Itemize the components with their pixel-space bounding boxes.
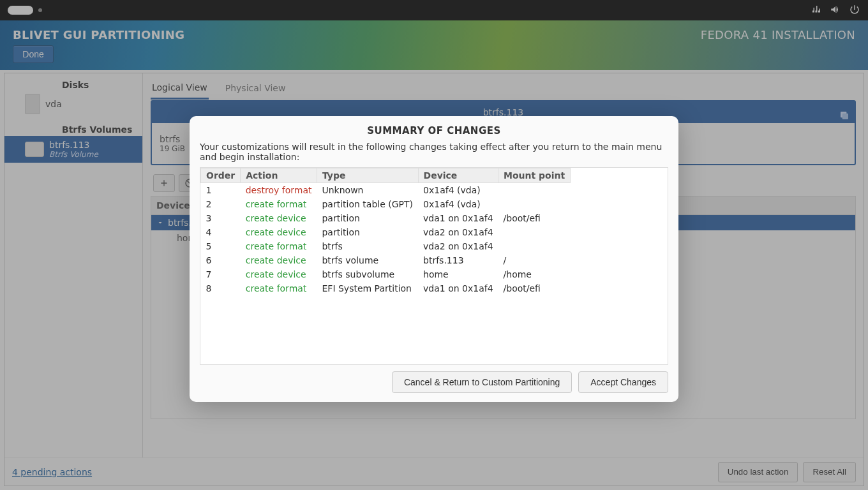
- col-action: Action: [241, 168, 317, 183]
- changes-table-wrap[interactable]: Order Action Type Device Mount point 1de…: [200, 167, 668, 365]
- cell-device: 0x1af4 (vda): [418, 183, 498, 198]
- cell-device: vda2 on 0x1af4: [418, 239, 498, 253]
- cell-order: 1: [201, 183, 241, 198]
- cell-type: partition table (GPT): [317, 197, 418, 211]
- cell-mount: /boot/efi: [498, 281, 571, 295]
- cell-device: vda1 on 0x1af4: [418, 281, 498, 295]
- accept-changes-button[interactable]: Accept Changes: [578, 371, 668, 393]
- col-mount: Mount point: [498, 168, 571, 183]
- cell-order: 4: [201, 225, 241, 239]
- table-row[interactable]: 8create formatEFI System Partitionvda1 o…: [201, 281, 571, 295]
- cell-type: partition: [317, 225, 418, 239]
- cell-action: create device: [241, 211, 317, 225]
- cell-order: 6: [201, 253, 241, 267]
- table-row[interactable]: 2create formatpartition table (GPT)0x1af…: [201, 197, 571, 211]
- cell-device: 0x1af4 (vda): [418, 197, 498, 211]
- cell-device: btrfs.113: [418, 253, 498, 267]
- cell-order: 2: [201, 197, 241, 211]
- cell-type: EFI System Partition: [317, 281, 418, 295]
- table-row[interactable]: 7create devicebtrfs subvolumehome/home: [201, 267, 571, 281]
- cell-mount: [498, 183, 571, 198]
- cell-mount: /home: [498, 267, 571, 281]
- cell-device: vda2 on 0x1af4: [418, 225, 498, 239]
- cell-action: create device: [241, 253, 317, 267]
- cell-mount: /boot/efi: [498, 211, 571, 225]
- table-row[interactable]: 6create devicebtrfs volumebtrfs.113/: [201, 253, 571, 267]
- cell-action: destroy format: [241, 183, 317, 198]
- table-row[interactable]: 4create devicepartitionvda2 on 0x1af4: [201, 225, 571, 239]
- cell-type: btrfs: [317, 239, 418, 253]
- dialog-title: SUMMARY OF CHANGES: [190, 116, 678, 142]
- col-device: Device: [418, 168, 498, 183]
- table-row[interactable]: 5create formatbtrfsvda2 on 0x1af4: [201, 239, 571, 253]
- cell-order: 7: [201, 267, 241, 281]
- dialog-intro: Your customizations will result in the f…: [190, 142, 678, 167]
- cell-action: create device: [241, 225, 317, 239]
- table-row[interactable]: 1destroy formatUnknown0x1af4 (vda): [201, 183, 571, 198]
- summary-of-changes-dialog: SUMMARY OF CHANGES Your customizations w…: [190, 116, 678, 402]
- cell-device: home: [418, 267, 498, 281]
- cell-order: 8: [201, 281, 241, 295]
- cell-type: Unknown: [317, 183, 418, 198]
- cell-mount: [498, 225, 571, 239]
- cancel-button[interactable]: Cancel & Return to Custom Partitioning: [392, 371, 572, 393]
- cell-type: partition: [317, 211, 418, 225]
- cell-action: create format: [241, 239, 317, 253]
- cell-type: btrfs volume: [317, 253, 418, 267]
- cell-mount: [498, 197, 571, 211]
- cell-order: 5: [201, 239, 241, 253]
- cell-action: create format: [241, 281, 317, 295]
- cell-type: btrfs subvolume: [317, 267, 418, 281]
- cell-order: 3: [201, 211, 241, 225]
- col-type: Type: [317, 168, 418, 183]
- cell-mount: [498, 239, 571, 253]
- cell-mount: /: [498, 253, 571, 267]
- cell-action: create device: [241, 267, 317, 281]
- changes-table: Order Action Type Device Mount point 1de…: [200, 168, 571, 295]
- cell-device: vda1 on 0x1af4: [418, 211, 498, 225]
- col-order: Order: [201, 168, 241, 183]
- table-row[interactable]: 3create devicepartitionvda1 on 0x1af4/bo…: [201, 211, 571, 225]
- cell-action: create format: [241, 197, 317, 211]
